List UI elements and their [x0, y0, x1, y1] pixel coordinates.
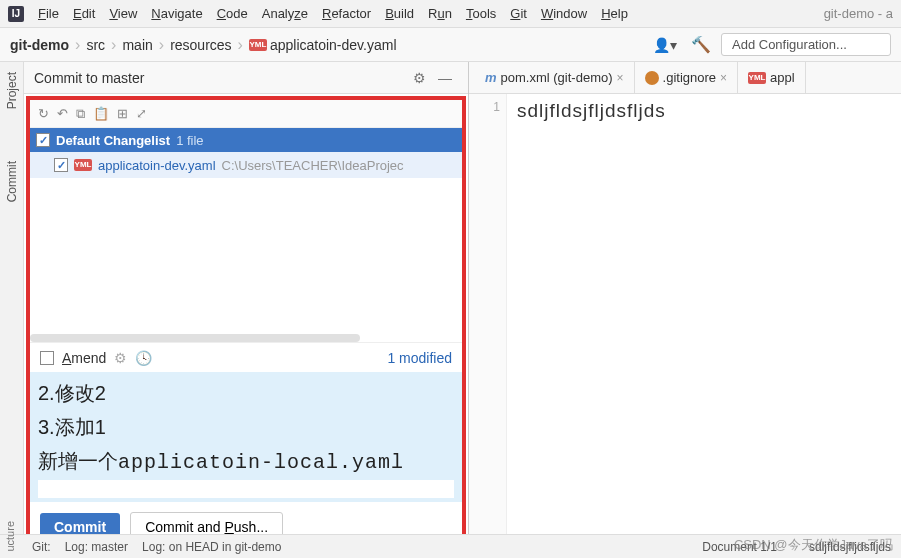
diff-icon[interactable]: ⧉ — [76, 106, 85, 122]
changelist-header[interactable]: ✓ Default Changelist 1 file — [30, 128, 462, 152]
watermark: CSDN @今天你学Java了吗 — [734, 536, 893, 554]
editor-body: 1 sdljfldsjfljdsfljds — [469, 94, 901, 558]
tab-appl[interactable]: YML appl — [738, 62, 806, 93]
commit-toolbar: ↻ ↶ ⧉ 📋 ⊞ ⤢ — [30, 100, 462, 128]
tab-gitignore[interactable]: .gitignore × — [635, 62, 739, 93]
nav-bar: git-demo › src › main › resources › YML … — [0, 28, 901, 62]
chevron-right-icon: › — [73, 36, 82, 54]
breadcrumb-main[interactable]: main — [122, 37, 152, 53]
close-icon[interactable]: × — [617, 71, 624, 85]
menu-window[interactable]: Window — [535, 4, 593, 23]
gear-small-icon[interactable]: ⚙ — [114, 350, 127, 366]
breadcrumb-src[interactable]: src — [86, 37, 105, 53]
commit-panel-header: Commit to master ⚙ — — [24, 62, 468, 94]
user-icon[interactable]: 👤▾ — [653, 37, 677, 53]
minimize-icon[interactable]: — — [432, 70, 458, 86]
editor-area: m pom.xml (git-demo) × .gitignore × YML … — [469, 62, 901, 558]
window-title: git-demo - a — [824, 6, 893, 21]
menu-build[interactable]: Build — [379, 4, 420, 23]
menu-view[interactable]: View — [103, 4, 143, 23]
amend-checkbox[interactable]: ✓ — [40, 351, 54, 365]
gitignore-file-icon — [645, 71, 659, 85]
menu-git[interactable]: Git — [504, 4, 533, 23]
rollback-icon[interactable]: ↶ — [57, 106, 68, 121]
menu-refactor[interactable]: Refactor — [316, 4, 377, 23]
amend-label[interactable]: Amend — [62, 350, 106, 366]
breadcrumb: git-demo › src › main › resources › YML … — [10, 36, 397, 54]
menu-bar: IJ File Edit View Navigate Code Analyze … — [0, 0, 901, 28]
menu-tools[interactable]: Tools — [460, 4, 502, 23]
line-gutter: 1 — [469, 94, 507, 558]
menu-analyze[interactable]: Analyze — [256, 4, 314, 23]
breadcrumb-project[interactable]: git-demo — [10, 37, 69, 53]
history-icon[interactable]: 🕓 — [135, 350, 152, 366]
menu-run[interactable]: Run — [422, 4, 458, 23]
commit-title: Commit to master — [34, 70, 407, 86]
structure-label[interactable]: ucture — [4, 521, 16, 552]
changelist-checkbox[interactable]: ✓ — [36, 133, 50, 147]
sidebar-tab-project[interactable]: Project — [5, 66, 19, 115]
editor-tabs: m pom.xml (git-demo) × .gitignore × YML … — [469, 62, 901, 94]
file-list-area — [30, 178, 462, 334]
commit-panel: Commit to master ⚙ — ↻ ↶ ⧉ 📋 ⊞ ⤢ ✓ Defau… — [24, 62, 469, 558]
status-log-master[interactable]: Log: master — [65, 540, 128, 554]
highlight-annotation: ↻ ↶ ⧉ 📋 ⊞ ⤢ ✓ Default Changelist 1 file … — [26, 96, 466, 556]
amend-row: ✓ Amend ⚙ 🕓 1 modified — [30, 342, 462, 372]
yaml-file-icon: YML — [249, 39, 267, 51]
modified-count[interactable]: 1 modified — [387, 350, 452, 366]
msg-line-3: 新增一个applicatoin-local.yaml — [38, 444, 454, 480]
horizontal-scrollbar[interactable] — [30, 334, 360, 342]
chevron-right-icon: › — [157, 36, 166, 54]
changed-file-row[interactable]: ✓ YML applicatoin-dev.yaml C:\Users\TEAC… — [30, 152, 462, 178]
code-content[interactable]: sdljfldsjfljdsfljds — [507, 94, 676, 558]
left-tool-rail: Project Commit — [0, 62, 24, 558]
group-icon[interactable]: ⊞ — [117, 106, 128, 121]
chevron-right-icon: › — [236, 36, 245, 54]
msg-line-2: 3.添加1 — [38, 410, 454, 444]
expand-icon[interactable]: ⤢ — [136, 106, 147, 121]
file-checkbox[interactable]: ✓ — [54, 158, 68, 172]
breadcrumb-file[interactable]: YML applicatoin-dev.yaml — [249, 37, 397, 53]
yaml-file-icon: YML — [748, 72, 766, 84]
changelist-icon[interactable]: 📋 — [93, 106, 109, 121]
tab-pom[interactable]: m pom.xml (git-demo) × — [475, 62, 635, 93]
chevron-right-icon: › — [109, 36, 118, 54]
refresh-icon[interactable]: ↻ — [38, 106, 49, 121]
maven-file-icon: m — [485, 70, 497, 85]
commit-message-area[interactable]: 2.修改2 3.添加1 新增一个applicatoin-local.yaml — [30, 372, 462, 502]
status-git[interactable]: Git: — [32, 540, 51, 554]
menu-navigate[interactable]: Navigate — [145, 4, 208, 23]
close-icon[interactable]: × — [720, 71, 727, 85]
breadcrumb-resources[interactable]: resources — [170, 37, 231, 53]
msg-line-1: 2.修改2 — [38, 376, 454, 410]
app-icon: IJ — [8, 6, 24, 22]
yaml-file-icon: YML — [74, 159, 92, 171]
msg-empty-line — [38, 480, 454, 498]
menu-edit[interactable]: Edit — [67, 4, 101, 23]
status-log-head[interactable]: Log: on HEAD in git-demo — [142, 540, 281, 554]
menu-code[interactable]: Code — [211, 4, 254, 23]
menu-help[interactable]: Help — [595, 4, 634, 23]
run-config-dropdown[interactable]: Add Configuration... — [721, 33, 891, 56]
sidebar-tab-commit[interactable]: Commit — [5, 155, 19, 208]
gear-icon[interactable]: ⚙ — [407, 70, 432, 86]
menu-file[interactable]: File — [32, 4, 65, 23]
build-icon[interactable]: 🔨 — [691, 35, 711, 54]
